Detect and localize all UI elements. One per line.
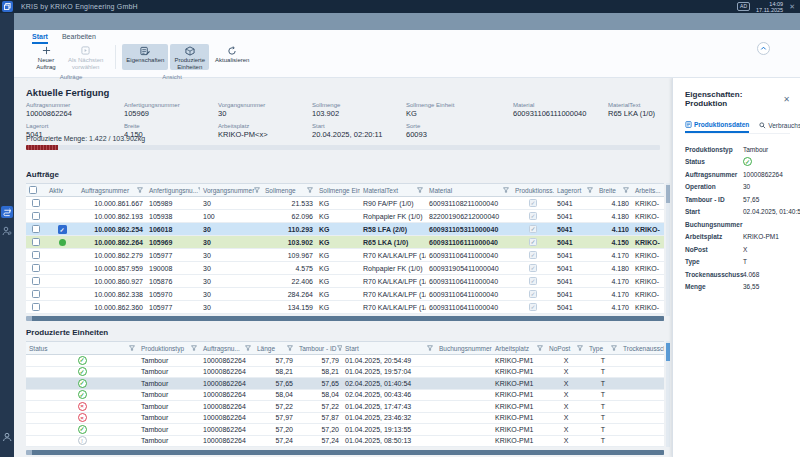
order-row[interactable]: 10.000.862.27910597730109.967KGR70 KA/LK…	[26, 249, 664, 262]
order-row[interactable]: 10.000.861.6671059893021.533KGR90 FA/PF …	[26, 197, 664, 210]
produced-unit-row[interactable]: ✓Tambour1000086226457,6557,6502.04.2025,…	[26, 378, 664, 390]
col-breite-header[interactable]: Breite	[596, 184, 632, 196]
col-einheit-header[interactable]: Sollmenge Einheit	[316, 184, 360, 196]
produced-vertical-scrollbar[interactable]	[666, 341, 670, 447]
user-icon[interactable]	[1, 431, 13, 443]
order-row[interactable]: 10.000.862.33810597030284.264KGR70 KA/LK…	[26, 288, 664, 301]
filter-icon[interactable]	[427, 345, 433, 351]
col-buchungsnummer-header[interactable]: Buchungsnummer	[436, 342, 492, 354]
produced-unit-row[interactable]: ✓Tambour1000086226458,2158,2101.04.2025,…	[26, 367, 664, 379]
select-all-checkbox[interactable]	[29, 186, 37, 194]
scrollbar-thumb[interactable]	[32, 316, 664, 321]
tab-produktionsdaten[interactable]: Produktionsdaten	[685, 121, 749, 133]
col-auftragsnummer-header[interactable]: Auftragsnummer	[78, 184, 146, 196]
col-arbeitsplatz-header[interactable]: Arbeits...	[632, 184, 664, 196]
produced-unit-row[interactable]: ✓Tambour1000086226458,0458,0402.04.2025,…	[26, 390, 664, 402]
filter-icon[interactable]	[129, 345, 135, 351]
ribbon-tab-bearbeiten[interactable]: Bearbeiten	[62, 33, 96, 44]
row-checkbox[interactable]	[32, 277, 40, 285]
filter-icon[interactable]	[191, 345, 197, 351]
col-produktionstyp-header[interactable]: Produktionstyp	[138, 342, 200, 354]
process-flow-icon[interactable]	[1, 206, 13, 218]
col-status-header[interactable]: Status	[26, 342, 138, 354]
col-materialtext-header[interactable]: MaterialText	[360, 184, 426, 196]
filter-icon[interactable]	[587, 187, 593, 193]
cell-breite: 4.170	[596, 249, 632, 261]
cell-vorgangsnummer: 30	[200, 275, 262, 287]
col-sollmenge-header[interactable]: Sollmenge	[262, 184, 316, 196]
column-label: Material	[429, 187, 452, 194]
produced-units-button[interactable]: Produzierte Einheiten	[170, 44, 209, 70]
filter-icon[interactable]	[307, 187, 313, 193]
new-order-button[interactable]: Neuer Auftrag	[30, 44, 62, 70]
close-window-icon[interactable]: ✕	[789, 3, 795, 10]
operator-settings-icon[interactable]	[1, 225, 13, 237]
col-auftragsnummer-header[interactable]: Auftragsnu...	[200, 342, 254, 354]
orders-vertical-scrollbar[interactable]	[666, 183, 670, 316]
row-checkbox[interactable]	[32, 238, 40, 246]
cell-status: ×	[26, 413, 138, 424]
order-row[interactable]: ✓10.000.862.25410601830110.293KGR58 LFA …	[26, 223, 664, 236]
filter-icon[interactable]	[611, 345, 617, 351]
col-laenge-header[interactable]: Länge	[254, 342, 296, 354]
order-row[interactable]: 10.000.862.36010597730134.159KGR70 KA/LK…	[26, 301, 664, 314]
scrollbar-thumb[interactable]	[666, 343, 670, 361]
field-value: KRIKO-PM<x>	[218, 130, 312, 139]
refresh-button[interactable]: Aktualisieren	[211, 44, 253, 70]
row-checkbox[interactable]	[32, 303, 40, 311]
col-trockenausschuss-header[interactable]: Trockenausschu...	[620, 342, 664, 354]
col-material-header[interactable]: Material	[426, 184, 512, 196]
row-checkbox[interactable]	[32, 212, 40, 220]
produced-unit-row[interactable]: ×Tambour1000086226457,9757,8701.04.2025,…	[26, 413, 664, 425]
filter-icon[interactable]	[137, 187, 143, 193]
user-badge[interactable]: AD	[737, 2, 750, 11]
filter-icon[interactable]	[537, 345, 543, 351]
filter-icon[interactable]	[287, 345, 293, 351]
orders-horizontal-scrollbar[interactable]	[26, 316, 664, 321]
order-row[interactable]: 10.000.862.26410596930103.902KGR65 LKA (…	[26, 236, 664, 249]
row-checkbox[interactable]	[32, 251, 40, 259]
col-aktiv-header[interactable]: Aktiv	[46, 184, 78, 196]
produced-unit-row[interactable]: ✓Tambour1000086226457,7957,7901.04.2025,…	[26, 355, 664, 367]
order-row[interactable]: 10.000.862.19310593810062.096KGRohpapier…	[26, 210, 664, 223]
filter-icon[interactable]	[417, 187, 423, 193]
col-arbeitsplatz-header[interactable]: Arbeitsplatz	[492, 342, 546, 354]
row-checkbox[interactable]	[32, 225, 40, 233]
produced-unit-row[interactable]: !Tambour1000086226457,2457,2401.04.2025,…	[26, 436, 664, 448]
order-row[interactable]: 10.000.857.959190008304.575KGRohpapier F…	[26, 262, 664, 275]
col-sel-header[interactable]	[26, 184, 46, 196]
col-tambour_id-header[interactable]: Tambour - ID	[296, 342, 342, 354]
order-row[interactable]: 10.000.860.9271058763022.406KGR70 KA/LKA…	[26, 275, 664, 288]
row-checkbox[interactable]	[32, 199, 40, 207]
col-type-header[interactable]: Type	[586, 342, 620, 354]
preselect-next-button[interactable]: Als Nächsten vorwählen	[64, 44, 107, 70]
row-checkbox[interactable]	[32, 290, 40, 298]
filter-icon[interactable]	[577, 345, 583, 351]
panel-field-label: NoPost	[685, 246, 743, 253]
tab-verbrauchsdaten[interactable]: Verbrauchsdaten	[759, 121, 800, 133]
cell-arbeitsplatz: KRIKO-PM1	[492, 355, 546, 366]
filter-icon[interactable]	[245, 345, 251, 351]
close-panel-icon[interactable]: ✕	[783, 95, 790, 104]
properties-button[interactable]: Eigenschaften	[122, 44, 168, 70]
cell-einheit: KG	[316, 210, 360, 222]
cell-type: T	[586, 401, 620, 412]
produced-unit-row[interactable]: ✓Tambour1000086226457,2057,2001.04.2025,…	[26, 424, 664, 436]
row-checkbox[interactable]	[32, 264, 40, 272]
filter-icon[interactable]	[623, 187, 629, 193]
filter-icon[interactable]	[254, 187, 260, 193]
ribbon-tab-start[interactable]: Start	[32, 33, 48, 44]
col-vorgangsnummer-header[interactable]: Vorgangsnummer	[200, 184, 262, 196]
scrollbar-thumb[interactable]	[32, 450, 664, 455]
collapse-ribbon-button[interactable]	[757, 42, 770, 55]
col-lagerort-header[interactable]: Lagerort	[554, 184, 596, 196]
produced-unit-row[interactable]: ×Tambour1000086226457,2257,2201.04.2025,…	[26, 401, 664, 413]
produced-horizontal-scrollbar[interactable]	[26, 450, 664, 455]
col-produktionsstatus-header[interactable]: Produktionss...	[512, 184, 554, 196]
col-start-header[interactable]: Start	[342, 342, 436, 354]
field-label: Material	[513, 102, 608, 108]
col-nopost-header[interactable]: NoPost	[546, 342, 586, 354]
col-anfertigungsnummer-header[interactable]: Anfertigungsnu...	[146, 184, 200, 196]
scrollbar-thumb[interactable]	[666, 185, 670, 203]
filter-icon[interactable]	[503, 187, 509, 193]
